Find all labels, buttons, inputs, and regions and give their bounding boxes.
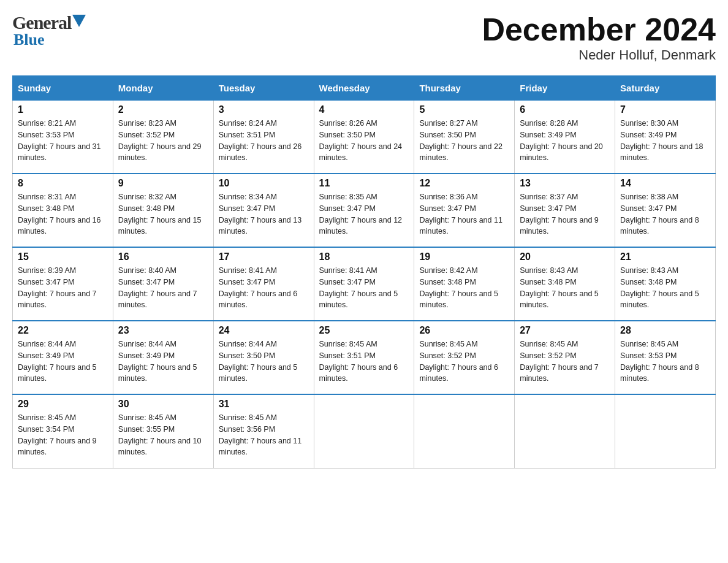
day-number: 23 <box>118 325 208 336</box>
day-info: Sunrise: 8:45 AM Sunset: 3:51 PM Dayligh… <box>319 339 409 385</box>
col-wednesday: Wednesday <box>314 76 414 100</box>
day-info: Sunrise: 8:45 AM Sunset: 3:56 PM Dayligh… <box>219 412 309 458</box>
calendar-day-21: 21 Sunrise: 8:43 AM Sunset: 3:48 PM Dayl… <box>615 247 716 321</box>
calendar-day-16: 16 Sunrise: 8:40 AM Sunset: 3:47 PM Dayl… <box>113 247 213 321</box>
calendar-week-1: 1 Sunrise: 8:21 AM Sunset: 3:53 PM Dayli… <box>13 100 716 174</box>
calendar-day-30: 30 Sunrise: 8:45 AM Sunset: 3:55 PM Dayl… <box>113 394 213 468</box>
day-info: Sunrise: 8:31 AM Sunset: 3:48 PM Dayligh… <box>18 191 108 237</box>
calendar-day-29: 29 Sunrise: 8:45 AM Sunset: 3:54 PM Dayl… <box>13 394 113 468</box>
day-info: Sunrise: 8:44 AM Sunset: 3:50 PM Dayligh… <box>219 339 309 385</box>
page-subtitle: Neder Holluf, Denmark <box>482 47 716 63</box>
calendar-day-27: 27 Sunrise: 8:45 AM Sunset: 3:52 PM Dayl… <box>515 321 615 394</box>
calendar-day-28: 28 Sunrise: 8:45 AM Sunset: 3:53 PM Dayl… <box>615 321 716 394</box>
day-info: Sunrise: 8:27 AM Sunset: 3:50 PM Dayligh… <box>419 118 509 164</box>
title-area: December 2024 Neder Holluf, Denmark <box>482 12 716 63</box>
day-number: 10 <box>219 178 309 189</box>
day-info: Sunrise: 8:45 AM Sunset: 3:52 PM Dayligh… <box>520 339 610 385</box>
day-number: 19 <box>419 251 509 262</box>
calendar-day-11: 11 Sunrise: 8:35 AM Sunset: 3:47 PM Dayl… <box>314 174 414 247</box>
calendar-day-2: 2 Sunrise: 8:23 AM Sunset: 3:52 PM Dayli… <box>113 100 213 174</box>
day-info: Sunrise: 8:45 AM Sunset: 3:52 PM Dayligh… <box>419 339 509 385</box>
calendar-week-3: 15 Sunrise: 8:39 AM Sunset: 3:47 PM Dayl… <box>13 247 716 321</box>
col-friday: Friday <box>515 76 615 100</box>
logo: General Blue <box>12 12 86 49</box>
day-info: Sunrise: 8:23 AM Sunset: 3:52 PM Dayligh… <box>118 118 208 164</box>
day-info: Sunrise: 8:32 AM Sunset: 3:48 PM Dayligh… <box>118 191 208 237</box>
col-sunday: Sunday <box>13 76 113 100</box>
day-info: Sunrise: 8:34 AM Sunset: 3:47 PM Dayligh… <box>219 191 309 237</box>
day-number: 25 <box>319 325 409 336</box>
day-number: 8 <box>18 178 108 189</box>
empty-cell <box>515 394 615 468</box>
calendar-day-8: 8 Sunrise: 8:31 AM Sunset: 3:48 PM Dayli… <box>13 174 113 247</box>
day-info: Sunrise: 8:44 AM Sunset: 3:49 PM Dayligh… <box>118 339 208 385</box>
day-info: Sunrise: 8:45 AM Sunset: 3:53 PM Dayligh… <box>620 339 710 385</box>
day-number: 6 <box>520 104 610 115</box>
day-info: Sunrise: 8:43 AM Sunset: 3:48 PM Dayligh… <box>520 265 610 311</box>
day-number: 24 <box>219 325 309 336</box>
calendar-day-5: 5 Sunrise: 8:27 AM Sunset: 3:50 PM Dayli… <box>414 100 515 174</box>
day-number: 28 <box>620 325 710 336</box>
calendar-day-26: 26 Sunrise: 8:45 AM Sunset: 3:52 PM Dayl… <box>414 321 515 394</box>
day-number: 27 <box>520 325 610 336</box>
calendar-header-row: Sunday Monday Tuesday Wednesday Thursday… <box>13 76 716 100</box>
day-number: 5 <box>419 104 509 115</box>
day-info: Sunrise: 8:38 AM Sunset: 3:47 PM Dayligh… <box>620 191 710 237</box>
empty-cell <box>414 394 515 468</box>
day-info: Sunrise: 8:45 AM Sunset: 3:55 PM Dayligh… <box>118 412 208 458</box>
day-info: Sunrise: 8:41 AM Sunset: 3:47 PM Dayligh… <box>219 265 309 311</box>
logo-general-text: General <box>12 12 71 33</box>
day-number: 1 <box>18 104 108 115</box>
calendar-day-10: 10 Sunrise: 8:34 AM Sunset: 3:47 PM Dayl… <box>213 174 314 247</box>
day-number: 3 <box>219 104 309 115</box>
day-info: Sunrise: 8:41 AM Sunset: 3:47 PM Dayligh… <box>319 265 409 311</box>
day-info: Sunrise: 8:40 AM Sunset: 3:47 PM Dayligh… <box>118 265 208 311</box>
calendar-day-1: 1 Sunrise: 8:21 AM Sunset: 3:53 PM Dayli… <box>13 100 113 174</box>
day-number: 4 <box>319 104 409 115</box>
calendar-day-13: 13 Sunrise: 8:37 AM Sunset: 3:47 PM Dayl… <box>515 174 615 247</box>
day-number: 12 <box>419 178 509 189</box>
day-info: Sunrise: 8:43 AM Sunset: 3:48 PM Dayligh… <box>620 265 710 311</box>
calendar-day-14: 14 Sunrise: 8:38 AM Sunset: 3:47 PM Dayl… <box>615 174 716 247</box>
calendar-week-4: 22 Sunrise: 8:44 AM Sunset: 3:49 PM Dayl… <box>13 321 716 394</box>
day-info: Sunrise: 8:26 AM Sunset: 3:50 PM Dayligh… <box>319 118 409 164</box>
calendar-day-18: 18 Sunrise: 8:41 AM Sunset: 3:47 PM Dayl… <box>314 247 414 321</box>
day-number: 30 <box>118 399 208 410</box>
calendar-day-12: 12 Sunrise: 8:36 AM Sunset: 3:47 PM Dayl… <box>414 174 515 247</box>
calendar-day-19: 19 Sunrise: 8:42 AM Sunset: 3:48 PM Dayl… <box>414 247 515 321</box>
calendar-day-25: 25 Sunrise: 8:45 AM Sunset: 3:51 PM Dayl… <box>314 321 414 394</box>
day-number: 31 <box>219 399 309 410</box>
calendar-day-6: 6 Sunrise: 8:28 AM Sunset: 3:49 PM Dayli… <box>515 100 615 174</box>
day-info: Sunrise: 8:37 AM Sunset: 3:47 PM Dayligh… <box>520 191 610 237</box>
day-info: Sunrise: 8:21 AM Sunset: 3:53 PM Dayligh… <box>18 118 108 164</box>
calendar-day-4: 4 Sunrise: 8:26 AM Sunset: 3:50 PM Dayli… <box>314 100 414 174</box>
empty-cell <box>314 394 414 468</box>
day-number: 20 <box>520 251 610 262</box>
calendar-day-24: 24 Sunrise: 8:44 AM Sunset: 3:50 PM Dayl… <box>213 321 314 394</box>
col-monday: Monday <box>113 76 213 100</box>
page-title: December 2024 <box>482 12 716 47</box>
day-number: 17 <box>219 251 309 262</box>
day-number: 22 <box>18 325 108 336</box>
day-number: 29 <box>18 399 108 410</box>
day-info: Sunrise: 8:35 AM Sunset: 3:47 PM Dayligh… <box>319 191 409 237</box>
day-info: Sunrise: 8:30 AM Sunset: 3:49 PM Dayligh… <box>620 118 710 164</box>
day-info: Sunrise: 8:24 AM Sunset: 3:51 PM Dayligh… <box>219 118 309 164</box>
calendar-week-5: 29 Sunrise: 8:45 AM Sunset: 3:54 PM Dayl… <box>13 394 716 468</box>
calendar-day-31: 31 Sunrise: 8:45 AM Sunset: 3:56 PM Dayl… <box>213 394 314 468</box>
day-number: 15 <box>18 251 108 262</box>
calendar-day-23: 23 Sunrise: 8:44 AM Sunset: 3:49 PM Dayl… <box>113 321 213 394</box>
day-number: 18 <box>319 251 409 262</box>
calendar-week-2: 8 Sunrise: 8:31 AM Sunset: 3:48 PM Dayli… <box>13 174 716 247</box>
day-number: 26 <box>419 325 509 336</box>
day-info: Sunrise: 8:42 AM Sunset: 3:48 PM Dayligh… <box>419 265 509 311</box>
calendar-day-17: 17 Sunrise: 8:41 AM Sunset: 3:47 PM Dayl… <box>213 247 314 321</box>
day-info: Sunrise: 8:28 AM Sunset: 3:49 PM Dayligh… <box>520 118 610 164</box>
day-info: Sunrise: 8:45 AM Sunset: 3:54 PM Dayligh… <box>18 412 108 458</box>
page-header: General Blue December 2024 Neder Holluf,… <box>12 12 716 63</box>
day-number: 2 <box>118 104 208 115</box>
day-number: 16 <box>118 251 208 262</box>
day-number: 7 <box>620 104 710 115</box>
svg-marker-0 <box>72 15 86 27</box>
day-info: Sunrise: 8:44 AM Sunset: 3:49 PM Dayligh… <box>18 339 108 385</box>
